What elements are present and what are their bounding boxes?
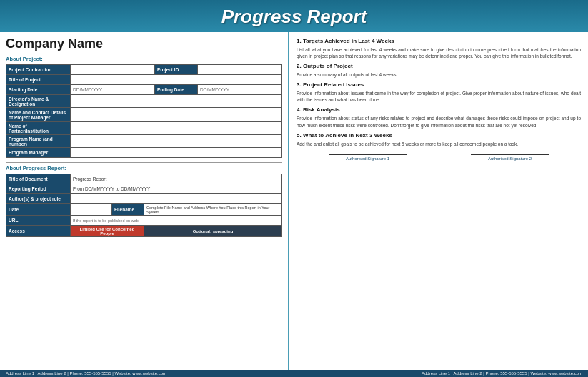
section-1-number: 1.: [297, 38, 303, 44]
footer-right-text: Address Line 1 | Address Line 2 | Phone:…: [422, 371, 582, 376]
left-column: Company Name About Project: Project Cont…: [0, 32, 289, 370]
table-cell-value[interactable]: Complete File Name and Address Where You…: [144, 204, 281, 216]
table-row: Project Contraction Project ID: [6, 65, 282, 75]
table-cell-label: Project ID: [155, 65, 198, 75]
section-4-number: 4.: [297, 106, 303, 113]
table-cell-value[interactable]: [71, 108, 282, 122]
section-3-number: 3.: [297, 81, 303, 88]
section-3-heading: 3. Project Related Issues: [297, 81, 581, 88]
table-cell-label: Access: [6, 226, 71, 237]
section-5-body: Add the and enlist all goals to be achie…: [297, 141, 581, 147]
right-column: 1. Targets Achieved in Last 4 Weeks List…: [289, 32, 588, 370]
section-4-title: Risk Analysis: [303, 106, 340, 113]
table-row: Title of Project: [6, 75, 282, 85]
section-2-number: 2.: [297, 63, 303, 69]
page-header: Progress Report: [0, 0, 588, 32]
section-5-number: 5.: [297, 132, 303, 139]
table-cell-value[interactable]: [71, 148, 282, 158]
table-row: Access Limited Use for Concerned People …: [6, 226, 282, 237]
table-cell-value[interactable]: DD/MM/YYYY: [198, 85, 282, 95]
signature-2-line: [471, 154, 549, 155]
table-cell-value[interactable]: [71, 95, 282, 108]
section-1-body: List all what you have achieved for last…: [297, 46, 581, 59]
table-cell-label: Reporting Period: [6, 184, 71, 194]
table-cell-label: Title of Document: [6, 174, 71, 184]
table-cell-value[interactable]: [71, 122, 282, 135]
table-cell-value[interactable]: [71, 135, 282, 148]
table-row: Author(s) & project role: [6, 194, 282, 204]
signatures-area: Authorised Signature 1 Authorised Signat…: [297, 154, 581, 161]
about-report-label: About Progress Report:: [6, 165, 282, 171]
divider: [6, 162, 282, 163]
table-cell-value[interactable]: From DD/MM/YYYY to DD/MM/YYYY: [71, 184, 282, 194]
access-optional: Optional: spreading: [144, 226, 281, 237]
table-cell-value[interactable]: Progress Report: [71, 174, 282, 184]
company-name: Company Name: [6, 36, 282, 51]
table-cell-label: Ending Date: [155, 85, 198, 95]
table-cell-value[interactable]: [198, 65, 282, 75]
table-row: Program Name (and number): [6, 135, 282, 148]
table-row: Director's Name & Designation: [6, 95, 282, 108]
signature-2-label: Authorised Signature 2: [471, 156, 549, 161]
table-cell-label: Name of Partner/Institution: [6, 122, 71, 135]
table-cell-label: Director's Name & Designation: [6, 95, 71, 108]
footer-left-text: Address Line 1 | Address Line 2 | Phone:…: [6, 371, 166, 376]
table-cell-label: Name and Contact Details of Project Mana…: [6, 108, 71, 122]
table-row: URL If the report is to be published on …: [6, 216, 282, 226]
table-row: Title of Document Progress Report: [6, 174, 282, 184]
table-cell-value[interactable]: [71, 204, 112, 216]
section-5-heading: 5. What to Achieve in Next 3 Weeks: [297, 132, 581, 139]
section-4-body: Provide information about status of any …: [297, 115, 581, 128]
section-5-title: What to Achieve in Next 3 Weeks: [303, 132, 392, 139]
section-1-title: Targets Achieved in Last 4 Weeks: [303, 38, 394, 44]
table-cell-label: Program Name (and number): [6, 135, 71, 148]
table-cell-label: Title of Project: [6, 75, 71, 85]
section-2-body: Provide a summary of all outputs of last…: [297, 71, 581, 78]
table-row: Program Manager: [6, 148, 282, 158]
table-cell-label: Date: [6, 204, 71, 216]
table-cell-label: Project Contraction: [6, 65, 71, 75]
report-table: Title of Document Progress Report Report…: [6, 174, 282, 237]
section-2-title: Outputs of Project: [303, 63, 353, 69]
table-row: Reporting Period From DD/MM/YYYY to DD/M…: [6, 184, 282, 194]
table-cell-label: Program Manager: [6, 148, 71, 158]
section-1-heading: 1. Targets Achieved in Last 4 Weeks: [297, 38, 581, 44]
project-table: Project Contraction Project ID Title of …: [6, 64, 282, 158]
main-content: Company Name About Project: Project Cont…: [0, 32, 588, 370]
section-3-body: Provide information about issues that ca…: [297, 90, 581, 103]
table-cell-label: Filename: [111, 204, 144, 216]
access-limited: Limited Use for Concerned People: [71, 226, 144, 237]
table-cell-label: URL: [6, 216, 71, 226]
table-cell-value[interactable]: If the report is to be published on web: [71, 216, 282, 226]
table-row: Name and Contact Details of Project Mana…: [6, 108, 282, 122]
table-row: Date Filename Complete File Name and Add…: [6, 204, 282, 216]
table-cell-value[interactable]: [71, 75, 282, 85]
table-cell-value[interactable]: DD/MM/YYYY: [71, 85, 155, 95]
table-cell-value[interactable]: [71, 65, 155, 75]
table-cell-value[interactable]: [71, 194, 282, 204]
table-cell-label: Starting Date: [6, 85, 71, 95]
table-row: Starting Date DD/MM/YYYY Ending Date DD/…: [6, 85, 282, 95]
table-cell-label: Author(s) & project role: [6, 194, 71, 204]
section-3-title: Project Related Issues: [303, 81, 364, 88]
signature-1-label: Authorised Signature 1: [329, 156, 407, 161]
page-title: Progress Report: [0, 6, 588, 28]
about-project-label: About Project:: [6, 56, 282, 62]
signature-1-line: [329, 154, 407, 155]
table-row: Name of Partner/Institution: [6, 122, 282, 135]
section-2-heading: 2. Outputs of Project: [297, 63, 581, 69]
page-footer: Address Line 1 | Address Line 2 | Phone:…: [0, 370, 588, 377]
signature-1-block: Authorised Signature 1: [329, 154, 407, 161]
section-4-heading: 4. Risk Analysis: [297, 106, 581, 113]
signature-2-block: Authorised Signature 2: [471, 154, 549, 161]
